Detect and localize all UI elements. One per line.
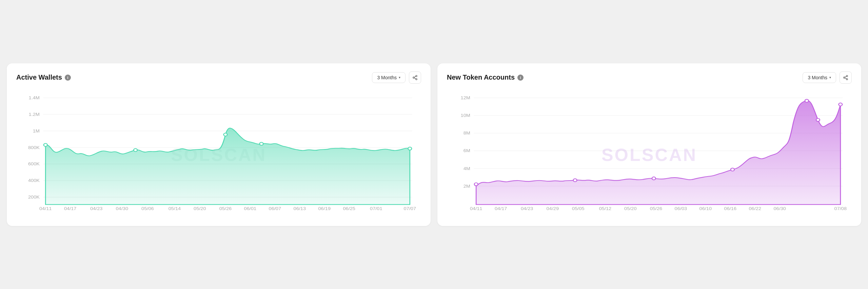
title-group: Active Wallets i: [16, 74, 71, 81]
active-wallets-share-button[interactable]: [409, 71, 421, 84]
y-label: 800K: [28, 145, 40, 149]
y-label: 12M: [461, 96, 470, 100]
new-token-area: [476, 100, 841, 204]
x-label: 05/26: [650, 206, 663, 211]
y-label: 1.4M: [29, 96, 40, 100]
y-label: 10M: [461, 113, 470, 118]
y-label: 1M: [33, 129, 40, 133]
new-token-actions: 3 Months ▾: [803, 71, 852, 84]
x-label: 06/30: [773, 206, 786, 211]
x-label: 04/11: [39, 206, 52, 211]
data-point: [816, 118, 820, 121]
data-point: [805, 99, 809, 102]
active-wallets-title: Active Wallets: [16, 74, 62, 81]
x-label: 04/23: [521, 206, 533, 211]
active-wallets-actions: 3 Months ▾: [372, 71, 421, 84]
x-label: 05/14: [169, 206, 181, 211]
share-icon: [843, 75, 848, 80]
x-label: 06/19: [318, 206, 331, 211]
y-label: 8M: [463, 131, 470, 135]
x-label: 05/05: [572, 206, 585, 211]
chevron-down-icon: ▾: [399, 76, 400, 79]
x-label: 05/12: [599, 206, 612, 211]
x-label: 04/23: [90, 206, 103, 211]
data-point: [839, 103, 843, 106]
x-label: 07/01: [370, 206, 382, 211]
x-label: 04/29: [547, 206, 559, 211]
period-label: 3 Months: [377, 75, 397, 80]
data-point: [260, 142, 263, 145]
y-label: 6M: [463, 148, 470, 153]
new-token-period-button[interactable]: 3 Months ▾: [803, 72, 836, 83]
data-point: [224, 133, 228, 136]
x-label: 06/22: [749, 206, 762, 211]
x-label: 06/10: [699, 206, 712, 211]
y-label: 1.2M: [29, 112, 40, 117]
x-label: 06/07: [269, 206, 281, 211]
new-token-svg: 12M 10M 8M 6M 4M 2M: [447, 90, 852, 219]
data-point: [44, 143, 47, 146]
active-wallets-card: Active Wallets i 3 Months ▾ SOLSCAN: [7, 63, 431, 226]
data-point: [652, 177, 656, 180]
y-label: 400K: [28, 178, 40, 183]
x-label: 06/01: [244, 206, 257, 211]
x-label: 05/20: [624, 206, 637, 211]
data-point: [134, 148, 137, 151]
new-token-accounts-card: New Token Accounts i 3 Months ▾ SOLSCA: [437, 63, 861, 226]
x-label: 04/11: [470, 206, 482, 211]
y-label: 4M: [463, 166, 470, 170]
data-point: [573, 179, 577, 182]
x-label: 07/07: [404, 206, 416, 211]
new-token-info-icon[interactable]: i: [517, 75, 524, 81]
period-label: 3 Months: [808, 75, 827, 80]
x-label: 04/30: [116, 206, 129, 211]
x-label: 06/03: [675, 206, 687, 211]
x-label: 04/17: [495, 206, 507, 211]
svg-line-15: [845, 78, 847, 79]
share-icon: [412, 75, 418, 80]
new-token-accounts-chart: SOLSCAN 12M 10M 8M 6M 4M 2M: [447, 90, 852, 219]
x-label: 05/06: [141, 206, 154, 211]
new-token-share-button[interactable]: [840, 71, 852, 84]
y-label: 600K: [28, 162, 40, 166]
active-wallets-period-button[interactable]: 3 Months ▾: [372, 72, 406, 83]
title-group: New Token Accounts i: [447, 74, 524, 81]
data-point: [408, 147, 412, 150]
active-wallets-info-icon[interactable]: i: [65, 75, 71, 81]
x-label: 04/17: [64, 206, 77, 211]
y-label: 2M: [463, 184, 470, 188]
svg-line-3: [414, 78, 416, 79]
y-label: 200K: [28, 195, 40, 199]
svg-line-16: [845, 76, 847, 77]
active-wallets-chart: SOLSCAN 1.4M 1.2M 1M 800K 600K 400K 200K: [16, 90, 421, 219]
chevron-down-icon: ▾: [829, 76, 831, 79]
dashboard: Active Wallets i 3 Months ▾ SOLSCAN: [7, 63, 861, 226]
x-label: 06/25: [343, 206, 355, 211]
card-header-new-token: New Token Accounts i 3 Months ▾: [447, 71, 852, 84]
x-label: 05/20: [194, 206, 206, 211]
data-point: [731, 168, 734, 171]
x-label: 06/13: [294, 206, 306, 211]
active-wallets-svg: 1.4M 1.2M 1M 800K 600K 400K 200K: [16, 90, 421, 219]
x-label: 05/26: [219, 206, 232, 211]
active-wallets-area: [45, 128, 410, 205]
new-token-accounts-title: New Token Accounts: [447, 74, 515, 81]
data-point: [474, 183, 478, 186]
x-label: 06/16: [724, 206, 737, 211]
svg-line-4: [414, 76, 416, 77]
x-label: 07/08: [834, 206, 847, 211]
card-header-active-wallets: Active Wallets i 3 Months ▾: [16, 71, 421, 84]
